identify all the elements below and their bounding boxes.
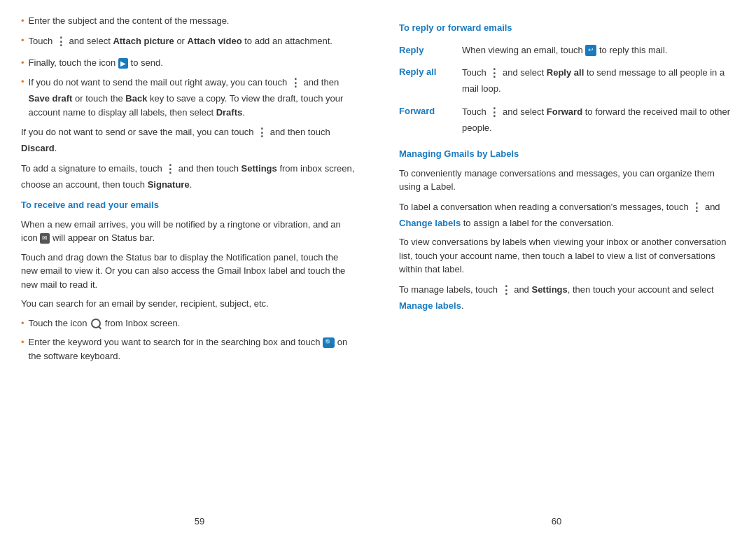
forward-description: Touch ⋮ and select Forward to forward th… bbox=[462, 102, 735, 141]
paragraph: To label a conversation when reading a c… bbox=[399, 200, 735, 230]
paragraph: When a new email arrives, you will be no… bbox=[21, 218, 357, 245]
section-heading-labels: Managing Gmails by Labels bbox=[399, 147, 735, 161]
paragraph: To conveniently manage conversations and… bbox=[399, 167, 735, 194]
list-item: • Touch ⋮ and select Attach picture or A… bbox=[21, 34, 357, 50]
section-heading-receive: To receive and read your emails bbox=[21, 198, 357, 212]
left-column: • Enter the subject and the content of t… bbox=[21, 14, 364, 484]
bullet-dot: • bbox=[21, 14, 24, 28]
reply-all-description: Touch ⋮ and select Reply all to send mes… bbox=[462, 62, 735, 102]
item-text: Enter the subject and the content of the… bbox=[29, 14, 357, 28]
section-heading-reply: To reply or forward emails bbox=[399, 21, 735, 35]
bullet-dot: • bbox=[21, 56, 24, 70]
list-item: • Finally, touch the icon ▶ to send. bbox=[21, 56, 357, 70]
left-page-number: 59 bbox=[195, 516, 204, 526]
reply-icon: ↩ bbox=[585, 45, 596, 56]
bullet-dot: • bbox=[21, 75, 24, 119]
page-footer: 59 60 bbox=[0, 512, 756, 537]
reply-label: Reply bbox=[399, 41, 462, 63]
search-button-icon: 🔍 bbox=[323, 337, 335, 349]
right-column: To reply or forward emails Reply When vi… bbox=[392, 14, 735, 484]
list-item: • If you do not want to send the mail ou… bbox=[21, 75, 357, 119]
item-text: Touch the icon from Inbox screen. bbox=[29, 316, 357, 330]
paragraph: If you do not want to send or save the m… bbox=[21, 125, 357, 155]
bullet-dot: • bbox=[21, 34, 24, 50]
paragraph: To add a signature to emails, touch ⋮ an… bbox=[21, 161, 357, 192]
paragraph: To view conversations by labels when vie… bbox=[399, 235, 735, 277]
table-row: Forward Touch ⋮ and select Forward to fo… bbox=[399, 102, 735, 141]
item-text: Finally, touch the icon ▶ to send. bbox=[29, 56, 357, 70]
table-row: Reply all Touch ⋮ and select Reply all t… bbox=[399, 62, 735, 102]
reply-all-label: Reply all bbox=[399, 62, 462, 102]
list-item: • Touch the icon from Inbox screen. bbox=[21, 316, 357, 330]
table-row: Reply When viewing an email, touch ↩ to … bbox=[399, 41, 735, 63]
paragraph: Touch and drag down the Status bar to di… bbox=[21, 251, 357, 292]
reply-description: When viewing an email, touch ↩ to reply … bbox=[462, 41, 735, 63]
paragraph: You can search for an email by sender, r… bbox=[21, 297, 357, 311]
list-item: • Enter the keyword you want to search f… bbox=[21, 335, 357, 363]
search-icon bbox=[91, 319, 101, 328]
item-text: Touch ⋮ and select Attach picture or Att… bbox=[29, 34, 357, 50]
item-text: Enter the keyword you want to search for… bbox=[29, 335, 357, 363]
right-page-number: 60 bbox=[552, 516, 561, 526]
send-icon: ▶ bbox=[118, 58, 128, 69]
bullet-dot: • bbox=[21, 316, 24, 330]
reply-table: Reply When viewing an email, touch ↩ to … bbox=[399, 41, 735, 141]
paragraph: To manage labels, touch ⋮ and Settings, … bbox=[399, 282, 735, 313]
item-text: If you do not want to send the mail out … bbox=[29, 75, 357, 119]
bullet-dot: • bbox=[21, 335, 24, 363]
mail-icon: ✉ bbox=[40, 233, 50, 244]
page-container: • Enter the subject and the content of t… bbox=[0, 0, 756, 512]
list-item: • Enter the subject and the content of t… bbox=[21, 14, 357, 28]
forward-label: Forward bbox=[399, 102, 462, 141]
